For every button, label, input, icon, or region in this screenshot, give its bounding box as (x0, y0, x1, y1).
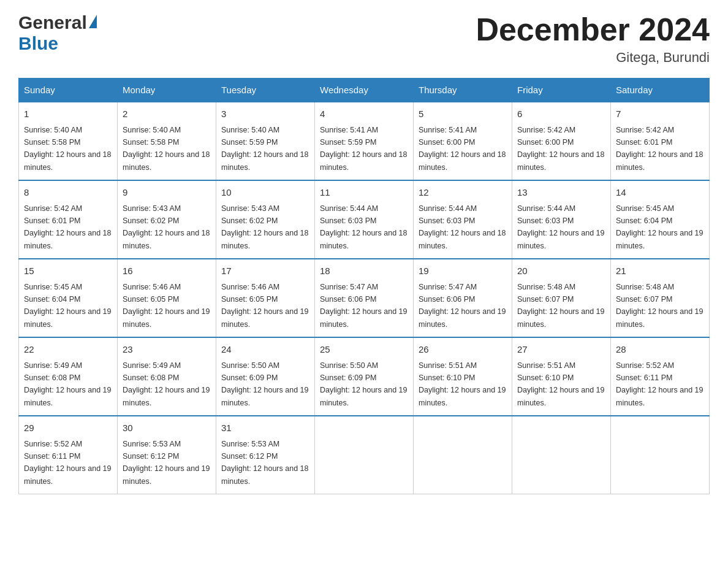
day-number: 18 (320, 264, 408, 278)
location-title: Gitega, Burundi (476, 50, 710, 66)
calendar-cell: 1Sunrise: 5:40 AMSunset: 5:58 PMDaylight… (19, 102, 118, 180)
calendar-cell: 28Sunrise: 5:52 AMSunset: 6:11 PMDayligh… (611, 337, 710, 416)
day-number: 7 (616, 107, 704, 121)
day-number: 24 (221, 343, 309, 357)
day-number: 1 (24, 107, 112, 121)
day-info: Sunrise: 5:40 AMSunset: 5:59 PMDaylight:… (221, 126, 308, 172)
weekday-header-saturday: Saturday (611, 79, 710, 102)
day-info: Sunrise: 5:52 AMSunset: 6:11 PMDaylight:… (616, 361, 703, 407)
day-info: Sunrise: 5:52 AMSunset: 6:11 PMDaylight:… (24, 440, 111, 486)
weekday-header-tuesday: Tuesday (216, 79, 315, 102)
calendar-cell: 24Sunrise: 5:50 AMSunset: 6:09 PMDayligh… (216, 337, 315, 416)
day-number: 10 (221, 186, 309, 200)
month-title: December 2024 (476, 12, 710, 47)
calendar-cell: 8Sunrise: 5:42 AMSunset: 6:01 PMDaylight… (19, 180, 118, 259)
weekday-header-wednesday: Wednesday (315, 79, 414, 102)
day-info: Sunrise: 5:47 AMSunset: 6:06 PMDaylight:… (419, 283, 506, 329)
weekday-header-thursday: Thursday (414, 79, 512, 102)
day-number: 31 (221, 421, 309, 435)
day-number: 12 (419, 186, 507, 200)
weekday-header-friday: Friday (512, 79, 611, 102)
day-number: 11 (320, 186, 408, 200)
day-number: 15 (24, 264, 112, 278)
day-info: Sunrise: 5:48 AMSunset: 6:07 PMDaylight:… (616, 283, 703, 329)
day-number: 14 (616, 186, 704, 200)
day-number: 20 (517, 264, 605, 278)
calendar-table: SundayMondayTuesdayWednesdayThursdayFrid… (18, 78, 710, 494)
logo: General Blue (18, 12, 97, 54)
day-number: 6 (517, 107, 605, 121)
day-number: 4 (320, 107, 408, 121)
calendar-cell: 2Sunrise: 5:40 AMSunset: 5:58 PMDaylight… (118, 102, 216, 180)
day-info: Sunrise: 5:42 AMSunset: 6:01 PMDaylight:… (616, 126, 703, 172)
logo-blue-text: Blue (18, 33, 58, 53)
day-info: Sunrise: 5:46 AMSunset: 6:05 PMDaylight:… (123, 283, 210, 329)
weekday-header-sunday: Sunday (19, 79, 118, 102)
day-info: Sunrise: 5:46 AMSunset: 6:05 PMDaylight:… (221, 283, 308, 329)
calendar-cell: 26Sunrise: 5:51 AMSunset: 6:10 PMDayligh… (414, 337, 512, 416)
day-info: Sunrise: 5:44 AMSunset: 6:03 PMDaylight:… (419, 204, 506, 250)
day-info: Sunrise: 5:49 AMSunset: 6:08 PMDaylight:… (123, 361, 210, 407)
day-info: Sunrise: 5:43 AMSunset: 6:02 PMDaylight:… (221, 204, 308, 250)
calendar-cell: 18Sunrise: 5:47 AMSunset: 6:06 PMDayligh… (315, 259, 414, 337)
logo-triangle-icon (89, 15, 97, 28)
calendar-cell: 11Sunrise: 5:44 AMSunset: 6:03 PMDayligh… (315, 180, 414, 259)
calendar-cell: 23Sunrise: 5:49 AMSunset: 6:08 PMDayligh… (118, 337, 216, 416)
calendar-week-row: 15Sunrise: 5:45 AMSunset: 6:04 PMDayligh… (19, 259, 710, 337)
calendar-cell: 17Sunrise: 5:46 AMSunset: 6:05 PMDayligh… (216, 259, 315, 337)
page-header: General Blue December 2024 Gitega, Burun… (18, 12, 710, 66)
calendar-cell: 25Sunrise: 5:50 AMSunset: 6:09 PMDayligh… (315, 337, 414, 416)
day-info: Sunrise: 5:53 AMSunset: 6:12 PMDaylight:… (221, 440, 308, 486)
day-number: 8 (24, 186, 112, 200)
day-info: Sunrise: 5:50 AMSunset: 6:09 PMDaylight:… (320, 361, 407, 407)
day-number: 23 (123, 343, 211, 357)
calendar-cell: 30Sunrise: 5:53 AMSunset: 6:12 PMDayligh… (118, 416, 216, 494)
day-number: 29 (24, 421, 112, 435)
calendar-week-row: 29Sunrise: 5:52 AMSunset: 6:11 PMDayligh… (19, 416, 710, 494)
calendar-cell: 29Sunrise: 5:52 AMSunset: 6:11 PMDayligh… (19, 416, 118, 494)
calendar-cell: 27Sunrise: 5:51 AMSunset: 6:10 PMDayligh… (512, 337, 611, 416)
day-info: Sunrise: 5:45 AMSunset: 6:04 PMDaylight:… (616, 204, 703, 250)
logo-general-text: General (18, 12, 87, 33)
day-number: 2 (123, 107, 211, 121)
day-number: 22 (24, 343, 112, 357)
calendar-cell: 16Sunrise: 5:46 AMSunset: 6:05 PMDayligh… (118, 259, 216, 337)
calendar-week-row: 1Sunrise: 5:40 AMSunset: 5:58 PMDaylight… (19, 102, 710, 180)
calendar-cell (512, 416, 611, 494)
day-info: Sunrise: 5:50 AMSunset: 6:09 PMDaylight:… (221, 361, 308, 407)
day-info: Sunrise: 5:42 AMSunset: 6:01 PMDaylight:… (24, 204, 111, 250)
day-info: Sunrise: 5:51 AMSunset: 6:10 PMDaylight:… (419, 361, 506, 407)
day-number: 28 (616, 343, 704, 357)
calendar-cell: 21Sunrise: 5:48 AMSunset: 6:07 PMDayligh… (611, 259, 710, 337)
day-number: 3 (221, 107, 309, 121)
calendar-cell: 13Sunrise: 5:44 AMSunset: 6:03 PMDayligh… (512, 180, 611, 259)
calendar-cell: 6Sunrise: 5:42 AMSunset: 6:00 PMDaylight… (512, 102, 611, 180)
day-info: Sunrise: 5:40 AMSunset: 5:58 PMDaylight:… (24, 126, 111, 172)
calendar-cell (315, 416, 414, 494)
calendar-cell: 14Sunrise: 5:45 AMSunset: 6:04 PMDayligh… (611, 180, 710, 259)
day-info: Sunrise: 5:47 AMSunset: 6:06 PMDaylight:… (320, 283, 407, 329)
calendar-cell: 5Sunrise: 5:41 AMSunset: 6:00 PMDaylight… (414, 102, 512, 180)
day-info: Sunrise: 5:41 AMSunset: 6:00 PMDaylight:… (419, 126, 506, 172)
day-number: 21 (616, 264, 704, 278)
day-info: Sunrise: 5:44 AMSunset: 6:03 PMDaylight:… (517, 204, 604, 250)
day-info: Sunrise: 5:43 AMSunset: 6:02 PMDaylight:… (123, 204, 210, 250)
calendar-cell: 15Sunrise: 5:45 AMSunset: 6:04 PMDayligh… (19, 259, 118, 337)
calendar-cell: 3Sunrise: 5:40 AMSunset: 5:59 PMDaylight… (216, 102, 315, 180)
calendar-cell: 19Sunrise: 5:47 AMSunset: 6:06 PMDayligh… (414, 259, 512, 337)
day-info: Sunrise: 5:44 AMSunset: 6:03 PMDaylight:… (320, 204, 407, 250)
calendar-cell: 4Sunrise: 5:41 AMSunset: 5:59 PMDaylight… (315, 102, 414, 180)
calendar-cell (414, 416, 512, 494)
calendar-week-row: 8Sunrise: 5:42 AMSunset: 6:01 PMDaylight… (19, 180, 710, 259)
calendar-cell: 22Sunrise: 5:49 AMSunset: 6:08 PMDayligh… (19, 337, 118, 416)
day-info: Sunrise: 5:41 AMSunset: 5:59 PMDaylight:… (320, 126, 407, 172)
day-info: Sunrise: 5:40 AMSunset: 5:58 PMDaylight:… (123, 126, 210, 172)
calendar-cell: 10Sunrise: 5:43 AMSunset: 6:02 PMDayligh… (216, 180, 315, 259)
day-number: 13 (517, 186, 605, 200)
day-info: Sunrise: 5:51 AMSunset: 6:10 PMDaylight:… (517, 361, 604, 407)
day-info: Sunrise: 5:42 AMSunset: 6:00 PMDaylight:… (517, 126, 604, 172)
calendar-week-row: 22Sunrise: 5:49 AMSunset: 6:08 PMDayligh… (19, 337, 710, 416)
day-info: Sunrise: 5:45 AMSunset: 6:04 PMDaylight:… (24, 283, 111, 329)
day-info: Sunrise: 5:53 AMSunset: 6:12 PMDaylight:… (123, 440, 210, 486)
day-number: 30 (123, 421, 211, 435)
